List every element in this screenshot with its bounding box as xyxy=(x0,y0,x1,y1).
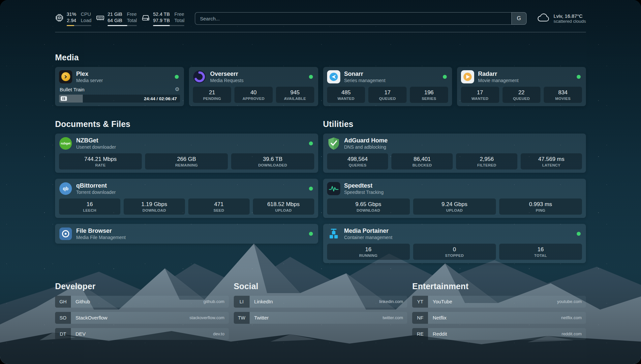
stat-value: 9.65 Gbps xyxy=(328,201,409,208)
memory-usage-bar xyxy=(107,25,137,26)
stat-value: 618.52 Mbps xyxy=(254,201,313,208)
service-subtitle: Usenet downloader xyxy=(76,144,116,150)
bookmark-youtube[interactable]: YTYouTubeyoutube.com xyxy=(412,296,586,308)
service-card-adguard-home[interactable]: AdGuard HomeDNS and adblocking498,564QUE… xyxy=(323,134,586,173)
stat-label: DOWNLOADED xyxy=(232,163,313,167)
service-card-plex[interactable]: PlexMedia serverBullet Train⚙24:44 / 02:… xyxy=(55,67,184,106)
cpu-load-value: 2.94 xyxy=(67,17,76,24)
stat-label: LATENCY xyxy=(522,163,581,167)
status-online-dot xyxy=(175,75,179,79)
service-text: NZBGetUsenet downloader xyxy=(76,137,116,150)
service-text: OverseerrMedia Requests xyxy=(210,70,243,83)
service-card-sonarr[interactable]: SonarrSeries management485WANTED17QUEUED… xyxy=(323,67,452,106)
stat-downloaded: 39.6 TBDOWNLOADED xyxy=(231,153,314,169)
service-card-overseerr[interactable]: OverseerrMedia Requests21PENDING40APPROV… xyxy=(189,67,318,106)
service-card-qbittorrent[interactable]: qbqBittorrentTorrent downloader16LEECH1.… xyxy=(55,179,318,218)
status-online-dot xyxy=(309,187,313,191)
disk-icon xyxy=(141,14,150,23)
bookmark-name: Twitter xyxy=(254,315,269,320)
service-name: Plex xyxy=(76,70,103,78)
stat-remaining: 266 GBREMAINING xyxy=(145,153,228,169)
two-column-area: Documents & Files nzbgetNZBGetUsenet dow… xyxy=(55,119,586,263)
bookmark-group-entertainment: EntertainmentYTYouTubeyoutube.comNFNetfl… xyxy=(412,282,586,344)
media-cards-row: PlexMedia serverBullet Train⚙24:44 / 02:… xyxy=(55,67,586,106)
stat-label: TOTAL xyxy=(501,254,581,258)
service-subtitle: Media Requests xyxy=(210,78,243,83)
weather-widget: Lviv, 16.87°C scattered clouds xyxy=(537,13,586,24)
bookmark-abbr: DT xyxy=(55,328,71,340)
stat-value: 834 xyxy=(545,89,581,96)
stat-label: WANTED xyxy=(328,97,364,101)
bookmark-linkedin[interactable]: LILinkedInlinkedin.com xyxy=(234,296,408,308)
bookmark-twitter[interactable]: TWTwittertwitter.com xyxy=(234,312,408,324)
disk-usage-bar xyxy=(153,25,184,26)
stat-value: 22 xyxy=(504,89,539,96)
stat-label: UPLOAD xyxy=(414,208,495,212)
stat-download: 9.65 GbpsDOWNLOAD xyxy=(327,198,410,215)
total-label: Total xyxy=(127,17,137,24)
stat-value: 266 GB xyxy=(146,156,227,163)
stat-value: 9.24 Gbps xyxy=(414,201,495,208)
speedtest-icon xyxy=(327,182,340,195)
service-card-speedtest[interactable]: SpeedtestSpeedtest Tracking9.65 GbpsDOWN… xyxy=(323,179,586,218)
stat-upload: 618.52 MbpsUPLOAD xyxy=(253,198,314,215)
playback-progress-bar[interactable]: 24:44 / 02:06:47 xyxy=(59,95,180,103)
service-card-file-browser[interactable]: File BrowserMedia File Management xyxy=(55,224,318,244)
pause-icon[interactable] xyxy=(61,96,67,101)
stat-label: FILTERED xyxy=(457,163,516,167)
service-subtitle: Movie management xyxy=(478,78,519,83)
stat-label: QUERIES xyxy=(328,163,387,167)
service-name: Overseerr xyxy=(210,70,243,78)
bookmark-stackoverflow[interactable]: SOStackOverflowstackoverflow.com xyxy=(55,312,229,324)
bookmark-github[interactable]: GHGithubgithub.com xyxy=(55,296,229,308)
stat-label: BLOCKED xyxy=(393,163,451,167)
bookmark-dev[interactable]: DTDEVdev.to xyxy=(55,328,229,340)
service-card-header: OverseerrMedia Requests xyxy=(193,70,314,83)
stat-label: WANTED xyxy=(462,97,498,101)
service-card-media-portainer[interactable]: Media PortainerContainer management16RUN… xyxy=(323,224,586,263)
dashboard-content: Media PlexMedia serverBullet Train⚙24:44… xyxy=(0,53,641,357)
service-text: SpeedtestSpeedtest Tracking xyxy=(344,182,384,195)
service-card-radarr[interactable]: RadarrMovie management17WANTED22QUEUED83… xyxy=(457,67,586,106)
stat-series: 196SERIES xyxy=(410,87,448,103)
stat-label: DOWNLOAD xyxy=(125,208,184,212)
section-title-utilities: Utilities xyxy=(323,119,586,129)
stat-stopped: 0STOPPED xyxy=(413,244,496,260)
stat-value: 0 xyxy=(414,246,495,253)
stat-queued: 22QUEUED xyxy=(503,87,541,103)
stat-value: 21 xyxy=(194,89,230,96)
bookmark-url: twitter.com xyxy=(382,315,403,320)
search-provider-button[interactable]: G xyxy=(511,12,527,25)
service-text: qBittorrentTorrent downloader xyxy=(76,182,116,195)
plex-icon xyxy=(59,70,72,83)
memory-stats: 21 GiB 64 GiB Free Total xyxy=(107,11,137,26)
search-input[interactable] xyxy=(195,12,511,25)
overseerr-icon xyxy=(193,70,206,83)
sonarr-icon xyxy=(327,70,340,83)
service-text: RadarrMovie management xyxy=(478,70,519,83)
cpu-usage-bar xyxy=(67,25,91,26)
stat-latency: 47.569 msLATENCY xyxy=(521,153,582,169)
disk-free-value: 52.4 TB xyxy=(153,11,170,17)
bookmark-reddit[interactable]: RERedditreddit.com xyxy=(412,328,586,340)
service-card-header: nzbgetNZBGetUsenet downloader xyxy=(59,137,314,150)
bookmark-netflix[interactable]: NFNetflixnetflix.com xyxy=(412,312,586,324)
bookmark-name: DEV xyxy=(76,331,86,337)
service-name: Sonarr xyxy=(344,70,385,78)
service-stats-row: 498,564QUERIES86,401BLOCKED2,956FILTERED… xyxy=(327,153,582,169)
stat-value: 196 xyxy=(411,89,447,96)
stat-queued: 17QUEUED xyxy=(368,87,407,103)
service-card-nzbget[interactable]: nzbgetNZBGetUsenet downloader744.21 Mbps… xyxy=(55,134,318,173)
bookmark-abbr: GH xyxy=(55,296,71,308)
bookmark-group-social: SocialLILinkedInlinkedin.comTWTwittertwi… xyxy=(234,282,408,328)
cpu-usage-percent: 31% xyxy=(67,11,76,17)
gear-icon[interactable]: ⚙ xyxy=(175,87,179,92)
service-stats-row: 17WANTED22QUEUED834MOVIES xyxy=(461,87,582,103)
search-bar: G xyxy=(195,12,526,25)
section-utilities: Utilities AdGuard HomeDNS and adblocking… xyxy=(323,119,586,263)
stat-label: DOWNLOAD xyxy=(328,208,409,212)
stat-label: QUEUED xyxy=(370,97,405,101)
service-subtitle: Media server xyxy=(76,78,103,83)
radarr-icon xyxy=(461,70,474,83)
weather-location: Lviv, 16.87°C xyxy=(554,13,586,19)
